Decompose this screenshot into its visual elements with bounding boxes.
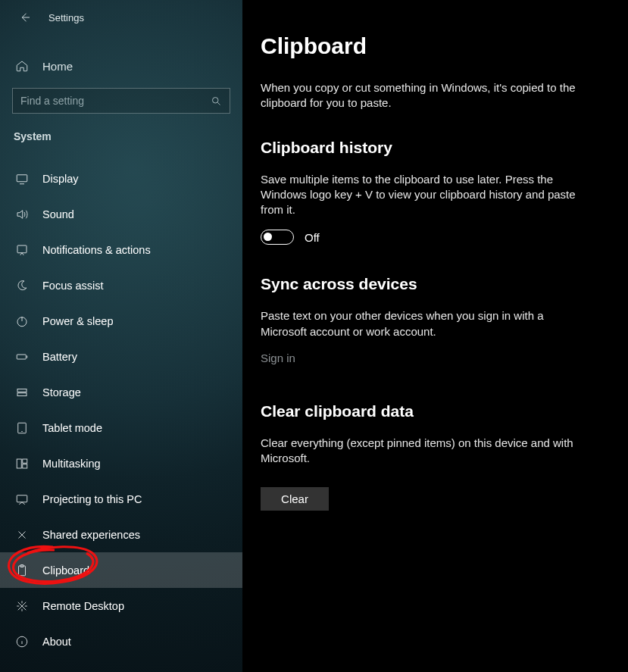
signin-link[interactable]: Sign in [261, 352, 295, 364]
history-heading: Clipboard history [261, 139, 598, 157]
sound-icon [15, 208, 29, 221]
clear-button[interactable]: Clear [261, 487, 329, 511]
sidebar-item-storage[interactable]: Storage [0, 374, 242, 410]
svg-rect-5 [17, 389, 27, 392]
sidebar-item-label: Display [42, 173, 79, 185]
sidebar-item-label: Shared experiences [42, 529, 140, 541]
sidebar-item-label: Projecting to this PC [42, 493, 142, 505]
remote-desktop-icon [15, 599, 29, 613]
projecting-icon [15, 492, 29, 506]
about-icon [15, 635, 29, 649]
sidebar-item-label: Power & sleep [42, 315, 114, 327]
search-field[interactable] [20, 95, 210, 107]
history-toggle-row: Off [261, 230, 598, 245]
history-desc: Save multiple items to the clipboard to … [261, 172, 586, 218]
sync-desc: Paste text on your other devices when yo… [261, 308, 586, 339]
page-intro: When you copy or cut something in Window… [261, 80, 586, 111]
svg-rect-2 [17, 245, 27, 253]
sidebar-item-sound[interactable]: Sound [0, 196, 242, 232]
back-icon[interactable] [18, 11, 32, 24]
sidebar-item-tablet-mode[interactable]: Tablet mode [0, 410, 242, 445]
titlebar: Settings [0, 0, 242, 32]
sidebar-item-label: Notifications & actions [42, 244, 151, 256]
sidebar-item-projecting[interactable]: Projecting to this PC [0, 481, 242, 517]
notifications-icon [15, 243, 29, 257]
sidebar: Settings Home System Display Sound Notif… [0, 0, 242, 672]
svg-rect-10 [23, 464, 27, 467]
section-clipboard-history: Clipboard history Save multiple items to… [261, 139, 598, 245]
battery-icon [15, 350, 29, 364]
sidebar-item-label: About [42, 636, 71, 648]
sidebar-item-display[interactable]: Display [0, 161, 242, 196]
sidebar-item-power-sleep[interactable]: Power & sleep [0, 303, 242, 339]
storage-icon [15, 386, 29, 399]
search-input[interactable] [12, 88, 230, 114]
sidebar-item-shared-experiences[interactable]: Shared experiences [0, 517, 242, 552]
tablet-icon [15, 421, 29, 435]
sidebar-item-label: Multitasking [42, 458, 101, 470]
sidebar-item-focus-assist[interactable]: Focus assist [0, 267, 242, 303]
clear-heading: Clear clipboard data [261, 402, 598, 420]
sidebar-item-label: Focus assist [42, 280, 104, 292]
search-icon [210, 95, 222, 107]
home-icon [15, 59, 29, 73]
nav-list: Display Sound Notifications & actions Fo… [0, 161, 242, 659]
sidebar-item-remote-desktop[interactable]: Remote Desktop [0, 588, 242, 624]
sidebar-item-label: Storage [42, 386, 81, 399]
search-container [0, 88, 242, 114]
sidebar-item-label: Clipboard [42, 564, 89, 577]
focus-assist-icon [15, 279, 29, 292]
svg-rect-8 [17, 459, 21, 468]
sidebar-item-label: Sound [42, 208, 74, 220]
svg-rect-9 [23, 459, 27, 463]
power-icon [15, 314, 29, 328]
sidebar-item-label: Battery [42, 351, 77, 363]
history-toggle[interactable] [261, 230, 294, 245]
sidebar-item-notifications[interactable]: Notifications & actions [0, 232, 242, 267]
sidebar-item-battery[interactable]: Battery [0, 339, 242, 374]
sidebar-item-label: Tablet mode [42, 422, 102, 434]
page-title: Clipboard [261, 33, 598, 59]
svg-point-0 [212, 97, 218, 103]
svg-rect-6 [17, 392, 27, 395]
clear-desc: Clear everything (except pinned items) o… [261, 436, 586, 467]
svg-rect-11 [17, 495, 27, 502]
shared-icon [15, 528, 29, 542]
svg-rect-1 [17, 174, 27, 181]
sync-heading: Sync across devices [261, 275, 598, 293]
sidebar-item-multitasking[interactable]: Multitasking [0, 445, 242, 481]
multitasking-icon [15, 457, 29, 470]
sidebar-item-clipboard[interactable]: Clipboard [0, 552, 242, 588]
clipboard-icon [15, 564, 29, 577]
app-title: Settings [48, 12, 84, 23]
main-content: Clipboard When you copy or cut something… [242, 0, 628, 672]
sidebar-item-about[interactable]: About [0, 624, 242, 659]
home-label: Home [42, 60, 73, 73]
group-header: System [0, 114, 242, 148]
history-toggle-state: Off [305, 231, 320, 244]
section-clear: Clear clipboard data Clear everything (e… [261, 402, 598, 511]
section-sync: Sync across devices Paste text on your o… [261, 275, 598, 396]
display-icon [15, 172, 29, 186]
sidebar-item-label: Remote Desktop [42, 600, 124, 612]
svg-rect-4 [17, 355, 26, 359]
home-nav[interactable]: Home [0, 48, 242, 83]
